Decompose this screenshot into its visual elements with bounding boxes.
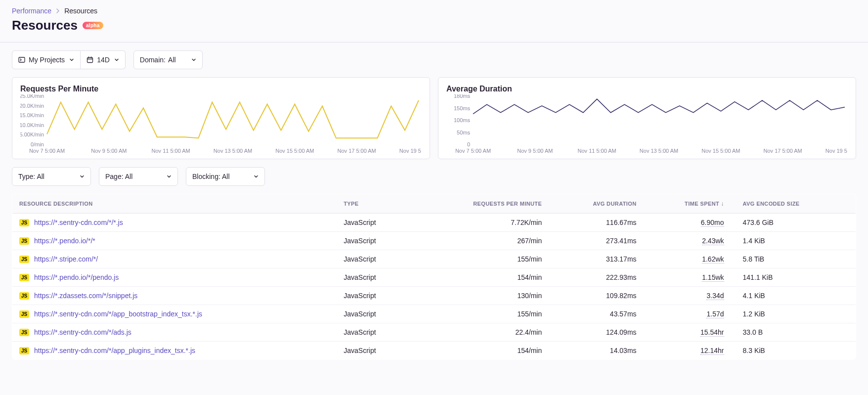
rpm-chart[interactable]: 25.0K/min20.0K/min15.0K/min10.0K/min5.00… (20, 94, 422, 154)
cell-size: 5.8 TiB (731, 250, 856, 268)
resource-link[interactable]: https://*.zdassets.com/*/snippet.js (34, 292, 137, 300)
cell-type: JavaScript (337, 305, 413, 323)
cell-rpm: 154/min (413, 342, 549, 360)
col-avg[interactable]: Avg Duration (549, 194, 643, 214)
domain-value: All (168, 56, 176, 64)
table-row: JS https://*.zdassets.com/*/snippet.js J… (12, 287, 856, 305)
chevron-down-icon (191, 56, 196, 64)
cell-size: 4.1 KiB (731, 287, 856, 305)
blocking-value: All (222, 173, 230, 180)
table-row: JS https://*.sentry-cdn.com/*/*.js JavaS… (12, 214, 856, 232)
cell-type: JavaScript (337, 250, 413, 268)
primary-filters: My Projects 14D Domain: All (0, 43, 868, 69)
calendar-icon (87, 56, 93, 63)
table-row: JS https://*.sentry-cdn.com/*/app_bootst… (12, 305, 856, 323)
svg-text:Nov 11 5:00 AM: Nov 11 5:00 AM (578, 148, 616, 154)
svg-text:Nov 9 5:00 AM: Nov 9 5:00 AM (91, 148, 127, 154)
cell-rpm: 22.4/min (413, 323, 549, 342)
page-header: Performance Resources Resources alpha (0, 0, 868, 43)
cell-avg: 124.09ms (549, 323, 643, 342)
resource-link[interactable]: https://*.sentry-cdn.com/*/app_plugins_i… (34, 347, 195, 354)
project-icon (18, 56, 25, 63)
duration-chart[interactable]: 180ms150ms100ms50ms0Nov 7 5:00 AMNov 9 5… (446, 94, 848, 154)
js-badge-icon: JS (19, 274, 29, 281)
svg-text:180ms: 180ms (454, 94, 471, 99)
col-size[interactable]: Avg Encoded Size (731, 194, 856, 214)
date-range-selector[interactable]: 14D (81, 50, 126, 69)
resource-link[interactable]: https://*.pendo.io/*/* (34, 237, 95, 245)
type-label: Type: (18, 173, 35, 180)
blocking-selector[interactable]: Blocking: All (186, 167, 265, 186)
sort-desc-icon: ↓ (721, 200, 724, 207)
project-range-group: My Projects 14D (12, 50, 126, 69)
resource-link[interactable]: https://*.pendo.io/*/pendo.js (34, 273, 119, 281)
col-rpm[interactable]: Requests Per Minute (413, 194, 549, 214)
cell-size: 8.3 KiB (731, 342, 856, 360)
cell-type: JavaScript (337, 232, 413, 250)
type-value: All (37, 173, 44, 180)
page-selector[interactable]: Page: All (99, 167, 178, 186)
resource-link[interactable]: https://*.stripe.com/*/ (34, 255, 98, 263)
cell-size: 1.4 KiB (731, 232, 856, 250)
duration-chart-title: Average Duration (446, 85, 848, 93)
svg-rect-1 (87, 58, 93, 63)
col-type[interactable]: Type (337, 194, 413, 214)
cell-rpm: 154/min (413, 268, 549, 287)
blocking-label: Blocking: (192, 173, 220, 180)
type-selector[interactable]: Type: All (12, 167, 91, 186)
table-row: JS https://*.stripe.com/*/ JavaScript 15… (12, 250, 856, 268)
cell-type: JavaScript (337, 287, 413, 305)
projects-selector[interactable]: My Projects (12, 50, 81, 69)
svg-text:Nov 13 5:00 AM: Nov 13 5:00 AM (640, 148, 678, 154)
chevron-down-icon (167, 173, 172, 180)
col-time[interactable]: Time Spent↓ (644, 194, 731, 214)
cell-type: JavaScript (337, 268, 413, 287)
svg-text:Nov 7 5:00 AM: Nov 7 5:00 AM (29, 148, 65, 154)
cell-time: 6.90mo (644, 214, 731, 232)
svg-text:100ms: 100ms (454, 117, 471, 123)
alpha-badge: alpha (83, 22, 103, 29)
cell-type: JavaScript (337, 323, 413, 342)
js-badge-icon: JS (19, 310, 29, 318)
page-title: Resources (12, 18, 78, 33)
cell-size: 141.1 KiB (731, 268, 856, 287)
js-badge-icon: JS (19, 256, 29, 263)
resources-table: Resource Description Type Requests Per M… (12, 194, 856, 360)
svg-rect-0 (19, 57, 25, 62)
svg-text:25.0K/min: 25.0K/min (20, 94, 44, 99)
cell-avg: 109.82ms (549, 287, 643, 305)
page-value: All (125, 173, 133, 180)
chevron-down-icon (69, 56, 74, 64)
svg-text:Nov 9 5:00 AM: Nov 9 5:00 AM (517, 148, 553, 154)
cell-time: 12.14hr (644, 342, 731, 360)
resource-link[interactable]: https://*.sentry-cdn.com/*/app_bootstrap… (34, 310, 202, 318)
svg-text:15.0K/min: 15.0K/min (20, 112, 44, 118)
duration-chart-panel: Average Duration 180ms150ms100ms50ms0Nov… (438, 77, 856, 159)
col-desc[interactable]: Resource Description (12, 194, 337, 214)
cell-rpm: 7.72K/min (413, 214, 549, 232)
cell-rpm: 267/min (413, 232, 549, 250)
svg-text:Nov 17 5:00 AM: Nov 17 5:00 AM (764, 148, 802, 154)
domain-selector[interactable]: Domain: All (133, 50, 203, 69)
rpm-chart-panel: Requests Per Minute 25.0K/min20.0K/min15… (12, 77, 430, 159)
chevron-down-icon (254, 173, 259, 180)
svg-text:0: 0 (467, 141, 470, 147)
js-badge-icon: JS (19, 237, 29, 245)
cell-time: 15.54hr (644, 323, 731, 342)
svg-text:150ms: 150ms (454, 105, 471, 111)
svg-text:20.0K/min: 20.0K/min (20, 103, 44, 109)
table-row: JS https://*.pendo.io/*/pendo.js JavaScr… (12, 268, 856, 287)
chevron-down-icon (80, 173, 85, 180)
svg-text:Nov 17 5:00 AM: Nov 17 5:00 AM (338, 148, 376, 154)
breadcrumb-root[interactable]: Performance (12, 7, 51, 15)
svg-text:Nov 15 5:00 AM: Nov 15 5:00 AM (275, 148, 314, 154)
breadcrumb-current: Resources (64, 7, 97, 15)
cell-avg: 116.67ms (549, 214, 643, 232)
resource-link[interactable]: https://*.sentry-cdn.com/*/ads.js (34, 328, 131, 336)
js-badge-icon: JS (19, 347, 29, 354)
range-label: 14D (97, 56, 110, 64)
chevron-down-icon (114, 56, 119, 64)
resource-link[interactable]: https://*.sentry-cdn.com/*/*.js (34, 219, 123, 226)
cell-rpm: 130/min (413, 287, 549, 305)
cell-type: JavaScript (337, 342, 413, 360)
